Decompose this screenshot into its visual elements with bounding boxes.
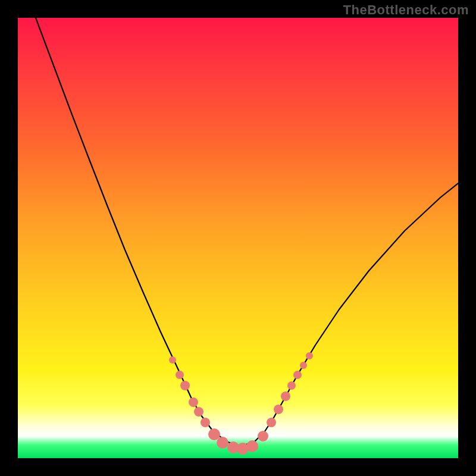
watermark-text: TheBottleneck.com bbox=[343, 2, 469, 18]
curve-marker bbox=[194, 407, 203, 416]
curve-marker bbox=[180, 381, 190, 390]
curve-marker bbox=[169, 356, 176, 364]
chart-frame: TheBottleneck.com bbox=[0, 0, 476, 476]
curve-marker bbox=[176, 371, 184, 379]
curve-marker bbox=[281, 392, 290, 401]
curve-svg bbox=[18, 18, 458, 458]
curve-marker bbox=[293, 371, 302, 379]
curve-marker bbox=[300, 362, 307, 369]
curve-marker bbox=[274, 405, 283, 414]
curve-marker bbox=[258, 431, 268, 441]
curve-marker bbox=[201, 418, 210, 427]
plot-area bbox=[18, 18, 458, 458]
curve-marker bbox=[217, 437, 228, 449]
curve-marker bbox=[306, 352, 313, 359]
curve-marker bbox=[189, 397, 198, 407]
curve-markers bbox=[169, 352, 313, 455]
curve-marker bbox=[267, 418, 276, 427]
curve-marker bbox=[246, 440, 258, 452]
curve-marker bbox=[287, 381, 296, 390]
bottleneck-curve bbox=[36, 18, 458, 446]
